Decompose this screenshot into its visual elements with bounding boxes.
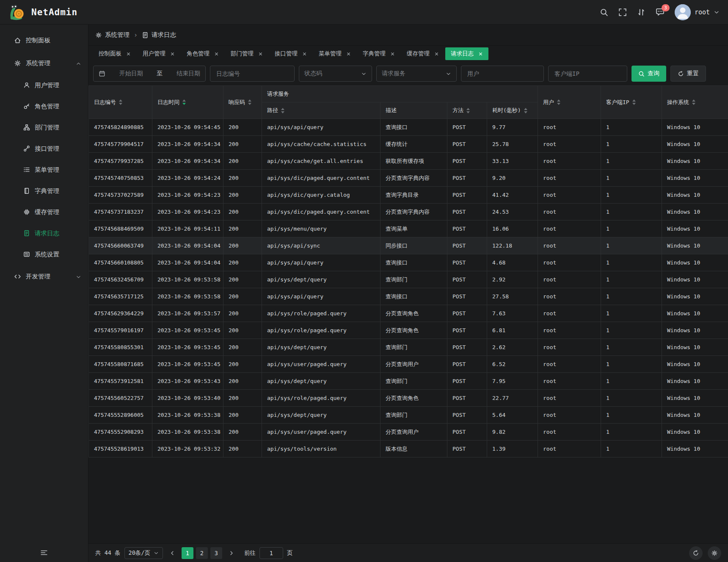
page-button-3[interactable]: 3 xyxy=(210,547,222,559)
search-icon[interactable] xyxy=(600,8,608,17)
tab-close-icon[interactable] xyxy=(170,52,175,56)
table-row[interactable]: 4757457370275892023-10-26 09:54:23200api… xyxy=(89,187,728,204)
table-row[interactable]: 4757455790161972023-10-26 09:53:45200api… xyxy=(89,322,728,339)
sidebar-item-user-management[interactable]: 用户管理 xyxy=(0,74,88,96)
user-input[interactable] xyxy=(466,70,538,77)
sidebar-item-label: 角色管理 xyxy=(35,102,59,110)
tab-close-icon[interactable] xyxy=(434,52,439,56)
sidebar-item-cache-management[interactable]: 缓存管理 xyxy=(0,201,88,223)
date-range-picker[interactable]: 开始日期 至 结束日期 xyxy=(93,66,206,82)
column-header-user[interactable]: 用户 xyxy=(538,86,601,119)
sidebar-item-menu-management[interactable]: 菜单管理 xyxy=(0,159,88,180)
table-row[interactable]: 4757456600637492023-10-26 09:54:04200api… xyxy=(89,237,728,254)
sidebar-item-request-log[interactable]: 请求日志 xyxy=(0,223,88,244)
sidebar-item-role-management[interactable]: 角色管理 xyxy=(0,96,88,117)
tab-close-icon[interactable] xyxy=(258,52,263,56)
next-page-button[interactable] xyxy=(226,547,237,559)
column-header-log-time[interactable]: 日志时间 xyxy=(152,86,223,119)
swap-arrows-icon[interactable] xyxy=(637,8,645,17)
column-header-os[interactable]: 操作系统 xyxy=(662,86,728,119)
table-row[interactable]: 4757457799372852023-10-26 09:54:34200api… xyxy=(89,153,728,170)
tab-dept-management[interactable]: 部门管理 xyxy=(225,47,268,60)
tab-close-icon[interactable] xyxy=(390,52,395,56)
status-code-select[interactable]: 状态码 xyxy=(299,66,372,82)
cell: 1 xyxy=(601,119,662,136)
tab-close-icon[interactable] xyxy=(126,52,131,56)
chevron-down-icon xyxy=(714,9,720,15)
menu-fold-icon[interactable] xyxy=(40,549,48,556)
sort-caret[interactable] xyxy=(692,99,695,105)
tab-label: 用户管理 xyxy=(143,50,165,58)
tab-user-management[interactable]: 用户管理 xyxy=(137,47,180,60)
table-row[interactable]: 4757457407508532023-10-26 09:54:24200api… xyxy=(89,170,728,187)
sort-caret[interactable] xyxy=(248,99,251,105)
table-row[interactable]: 4757456293642292023-10-26 09:53:57200api… xyxy=(89,305,728,322)
page-button-1[interactable]: 1 xyxy=(182,547,193,559)
tab-close-icon[interactable] xyxy=(346,52,351,56)
reset-button[interactable]: 重置 xyxy=(670,66,706,82)
table-row[interactable]: 4757458248908852023-10-26 09:54:45200api… xyxy=(89,119,728,136)
column-header-status[interactable]: 响应码 xyxy=(223,86,262,119)
sidebar-item-api-management[interactable]: 接口管理 xyxy=(0,138,88,159)
cell: 1 xyxy=(601,356,662,373)
prev-page-button[interactable] xyxy=(167,547,178,559)
tab-close-icon[interactable] xyxy=(478,52,483,56)
refresh-button[interactable] xyxy=(689,546,703,560)
service-select[interactable]: 请求服务 xyxy=(376,66,457,82)
table-row[interactable]: 4757455286190132023-10-26 09:53:32200api… xyxy=(89,441,728,457)
client-ip-input[interactable] xyxy=(554,70,622,77)
table-row[interactable]: 4757455739125812023-10-26 09:53:43200api… xyxy=(89,373,728,390)
sidebar-item-dict-management[interactable]: 字典管理 xyxy=(0,180,88,201)
user-menu[interactable]: root xyxy=(675,4,720,20)
tab-cache-management[interactable]: 缓存管理 xyxy=(401,47,444,60)
org-icon xyxy=(23,124,30,131)
sort-caret[interactable] xyxy=(466,108,470,113)
sort-caret-desc[interactable] xyxy=(182,99,186,105)
tab-dashboard[interactable]: 控制面板 xyxy=(93,47,136,60)
query-button[interactable]: 查询 xyxy=(631,66,666,82)
log-id-input[interactable] xyxy=(215,70,289,77)
sidebar-item-dept-management[interactable]: 部门管理 xyxy=(0,117,88,138)
fullscreen-icon[interactable] xyxy=(618,8,627,17)
column-header-elapsed[interactable]: 耗时(毫秒) xyxy=(487,102,538,119)
table-row[interactable]: 4757456601088052023-10-26 09:54:04200api… xyxy=(89,254,728,271)
breadcrumb-item-system[interactable]: 系统管理 xyxy=(95,31,130,39)
tab-request-log[interactable]: 请求日志 xyxy=(445,47,488,60)
table-row[interactable]: 4757455605227572023-10-26 09:53:40200api… xyxy=(89,390,728,407)
tab-menu-management[interactable]: 菜单管理 xyxy=(313,47,356,60)
cell: 5.64 xyxy=(487,407,538,424)
table-row[interactable]: 4757456884695092023-10-26 09:54:11200api… xyxy=(89,220,728,237)
tab-dict-management[interactable]: 字典管理 xyxy=(357,47,400,60)
sidebar-item-system-management[interactable]: 系统管理 xyxy=(0,52,88,74)
sort-caret[interactable] xyxy=(632,99,636,105)
sidebar-item-dashboard[interactable]: 控制面板 xyxy=(0,29,88,52)
table-row[interactable]: 4757457371832372023-10-26 09:54:23200api… xyxy=(89,204,728,220)
sort-caret[interactable] xyxy=(281,108,284,113)
cell: 1 xyxy=(601,322,662,339)
sort-caret[interactable] xyxy=(119,99,122,105)
table-row[interactable]: 4757457799045172023-10-26 09:54:34200api… xyxy=(89,136,728,153)
sort-caret[interactable] xyxy=(557,99,560,105)
table-row[interactable]: 4757455808553012023-10-26 09:53:45200api… xyxy=(89,339,728,356)
tab-close-icon[interactable] xyxy=(214,52,219,56)
tab-api-management[interactable]: 接口管理 xyxy=(269,47,312,60)
column-header-path[interactable]: 路径 xyxy=(262,102,381,119)
table-row[interactable]: 4757455808716852023-10-26 09:53:45200api… xyxy=(89,356,728,373)
table-row[interactable]: 4757455529082932023-10-26 09:53:38200api… xyxy=(89,424,728,441)
sidebar-item-dev-management[interactable]: 开发管理 xyxy=(0,265,88,288)
table-row[interactable]: 4757456357171252023-10-26 09:53:58200api… xyxy=(89,288,728,305)
page-button-2[interactable]: 2 xyxy=(196,547,208,559)
chat-icon[interactable]: 3 xyxy=(656,8,665,17)
goto-page-input[interactable] xyxy=(259,547,283,559)
sidebar-item-system-settings[interactable]: 系统设置 xyxy=(0,244,88,265)
table-row[interactable]: 4757455528960052023-10-26 09:53:38200api… xyxy=(89,407,728,424)
table-row[interactable]: 4757456324567092023-10-26 09:53:58200api… xyxy=(89,271,728,288)
sort-caret[interactable] xyxy=(524,108,527,113)
column-header-client-ip[interactable]: 客户端IP xyxy=(601,86,662,119)
page-size-select[interactable]: 20条/页 xyxy=(124,547,163,559)
column-header-method[interactable]: 方法 xyxy=(447,102,487,119)
tab-role-management[interactable]: 角色管理 xyxy=(181,47,224,60)
column-header-log-id[interactable]: 日志编号 xyxy=(89,86,152,119)
tab-close-icon[interactable] xyxy=(302,52,307,56)
settings-button[interactable] xyxy=(708,546,721,560)
